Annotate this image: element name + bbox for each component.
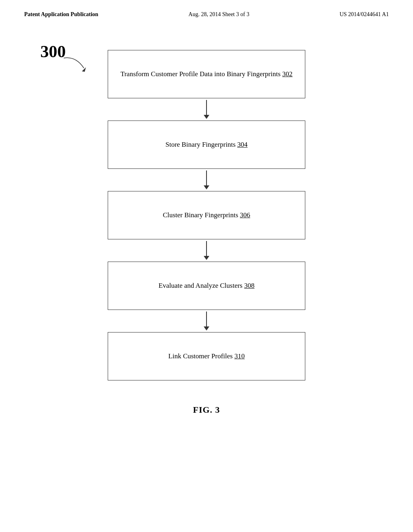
page-header: Patent Application Publication Aug. 28, …	[0, 0, 413, 18]
step-308-ref: 308	[244, 282, 254, 289]
flow-wrapper: Transform Customer Profile Data into Bin…	[0, 50, 413, 380]
step-304-ref: 304	[237, 141, 248, 148]
arrow-down-3	[204, 239, 209, 262]
arrow-down-1	[204, 98, 209, 121]
step-308-box: Evaluate and Analyze Clusters 308	[108, 262, 305, 310]
curved-arrow-icon	[60, 54, 92, 78]
diagram-container: 300 Transform Customer Profile Data into…	[0, 18, 413, 415]
step-310-ref: 310	[234, 352, 245, 360]
step-306-box: Cluster Binary Fingerprints 306	[108, 191, 305, 239]
step-304-box: Store Binary Fingerprints 304	[108, 121, 305, 169]
step-306-ref: 306	[240, 211, 250, 219]
figure-label: FIG. 3	[193, 405, 220, 415]
step-310-text: Link Customer Profiles 310	[168, 352, 244, 360]
step-304-text: Store Binary Fingerprints 304	[165, 141, 248, 149]
header-left: Patent Application Publication	[24, 11, 98, 18]
step-302-text: Transform Customer Profile Data into Bin…	[121, 70, 293, 78]
header-center: Aug. 28, 2014 Sheet 3 of 3	[188, 11, 249, 18]
step-302-box: Transform Customer Profile Data into Bin…	[108, 50, 305, 98]
arrow-down-2	[204, 169, 209, 191]
arrow-down-4	[204, 310, 209, 332]
step-310-box: Link Customer Profiles 310	[108, 332, 305, 380]
step-302-ref: 302	[282, 70, 293, 78]
step-308-text: Evaluate and Analyze Clusters 308	[159, 282, 254, 290]
header-right: US 2014/0244641 A1	[340, 11, 389, 18]
step-306-text: Cluster Binary Fingerprints 306	[163, 211, 250, 219]
